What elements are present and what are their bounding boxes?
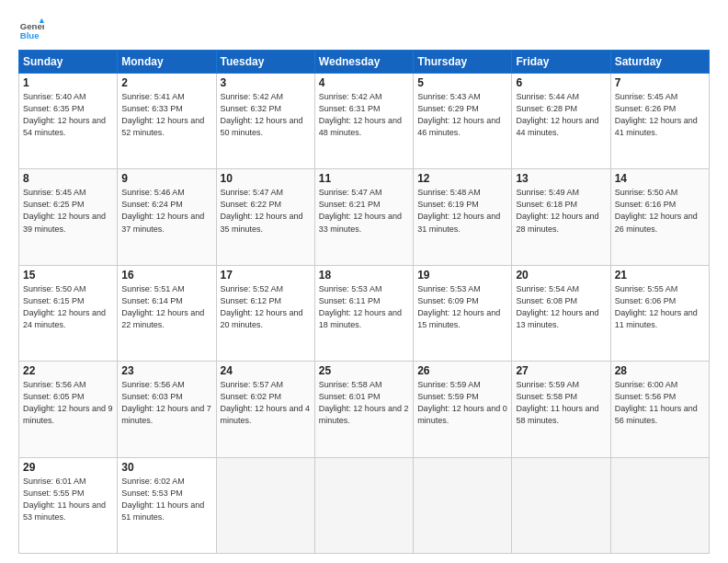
day-number: 17 [221,269,311,282]
day-number: 16 [121,269,211,282]
calendar-cell: 20 Sunrise: 5:54 AMSunset: 6:08 PMDaylig… [512,265,610,361]
day-info: Sunrise: 5:50 AMSunset: 6:15 PMDaylight:… [23,284,106,329]
weekday-header-saturday: Saturday [610,51,709,74]
calendar-week-row: 8 Sunrise: 5:45 AMSunset: 6:25 PMDayligh… [19,169,710,265]
day-info: Sunrise: 5:40 AMSunset: 6:35 PMDaylight:… [23,92,106,137]
calendar-cell: 15 Sunrise: 5:50 AMSunset: 6:15 PMDaylig… [19,265,118,361]
day-info: Sunrise: 5:55 AMSunset: 6:06 PMDaylight:… [615,284,698,329]
day-number: 15 [23,269,113,282]
day-number: 5 [417,76,507,89]
day-number: 21 [615,269,705,282]
calendar-cell [314,457,413,553]
weekday-header-sunday: Sunday [19,51,118,74]
day-number: 23 [121,364,211,377]
calendar-cell: 9 Sunrise: 5:46 AMSunset: 6:24 PMDayligh… [118,169,216,265]
day-info: Sunrise: 5:41 AMSunset: 6:33 PMDaylight:… [121,92,204,137]
calendar-cell: 13 Sunrise: 5:49 AMSunset: 6:18 PMDaylig… [512,169,610,265]
day-number: 27 [516,364,606,377]
weekday-header-friday: Friday [512,51,610,74]
calendar-cell: 3 Sunrise: 5:42 AMSunset: 6:32 PMDayligh… [216,74,314,169]
day-info: Sunrise: 5:56 AMSunset: 6:03 PMDaylight:… [121,380,211,425]
day-info: Sunrise: 5:59 AMSunset: 5:59 PMDaylight:… [417,380,507,425]
calendar-week-row: 29 Sunrise: 6:01 AMSunset: 5:55 PMDaylig… [19,457,710,553]
calendar-cell: 14 Sunrise: 5:50 AMSunset: 6:16 PMDaylig… [610,169,709,265]
calendar-cell: 26 Sunrise: 5:59 AMSunset: 5:59 PMDaylig… [414,362,512,457]
weekday-header-monday: Monday [118,51,216,74]
calendar-cell: 23 Sunrise: 5:56 AMSunset: 6:03 PMDaylig… [118,362,216,457]
day-info: Sunrise: 5:58 AMSunset: 6:01 PMDaylight:… [319,380,409,425]
calendar-cell [512,457,610,553]
calendar-cell: 8 Sunrise: 5:45 AMSunset: 6:25 PMDayligh… [19,169,118,265]
day-info: Sunrise: 5:53 AMSunset: 6:11 PMDaylight:… [319,284,402,329]
day-number: 20 [516,269,606,282]
day-info: Sunrise: 5:44 AMSunset: 6:28 PMDaylight:… [516,92,598,137]
calendar-cell: 19 Sunrise: 5:53 AMSunset: 6:09 PMDaylig… [414,265,512,361]
calendar-cell [610,457,709,553]
day-number: 30 [121,461,211,474]
day-number: 25 [319,364,409,377]
header: General Blue [18,17,710,42]
svg-text:Blue: Blue [20,30,40,40]
weekday-header-tuesday: Tuesday [216,51,314,74]
day-info: Sunrise: 6:00 AMSunset: 5:56 PMDaylight:… [615,380,698,425]
day-number: 29 [23,461,113,474]
calendar-cell: 1 Sunrise: 5:40 AMSunset: 6:35 PMDayligh… [19,74,118,169]
calendar-cell: 7 Sunrise: 5:45 AMSunset: 6:26 PMDayligh… [610,74,709,169]
page: General Blue SundayMondayTuesdayWednesda… [0,0,728,563]
day-info: Sunrise: 6:02 AMSunset: 5:53 PMDaylight:… [121,477,204,522]
day-number: 3 [221,76,311,89]
day-number: 12 [417,172,507,185]
calendar-cell: 6 Sunrise: 5:44 AMSunset: 6:28 PMDayligh… [512,74,610,169]
day-info: Sunrise: 5:49 AMSunset: 6:18 PMDaylight:… [516,188,598,233]
calendar-cell [414,457,512,553]
calendar-cell: 18 Sunrise: 5:53 AMSunset: 6:11 PMDaylig… [314,265,413,361]
day-number: 8 [23,172,113,185]
calendar-week-row: 1 Sunrise: 5:40 AMSunset: 6:35 PMDayligh… [19,74,710,169]
weekday-header-wednesday: Wednesday [314,51,413,74]
day-info: Sunrise: 5:53 AMSunset: 6:09 PMDaylight:… [417,284,500,329]
day-number: 6 [516,76,606,89]
day-info: Sunrise: 5:46 AMSunset: 6:24 PMDaylight:… [121,188,204,233]
day-number: 2 [121,76,211,89]
calendar-cell: 2 Sunrise: 5:41 AMSunset: 6:33 PMDayligh… [118,74,216,169]
day-info: Sunrise: 5:42 AMSunset: 6:32 PMDaylight:… [221,92,303,137]
day-number: 4 [319,76,409,89]
day-info: Sunrise: 6:01 AMSunset: 5:55 PMDaylight:… [23,477,106,522]
day-number: 14 [615,172,705,185]
day-number: 26 [417,364,507,377]
day-info: Sunrise: 5:48 AMSunset: 6:19 PMDaylight:… [417,188,500,233]
day-info: Sunrise: 5:57 AMSunset: 6:02 PMDaylight:… [221,380,311,425]
calendar-cell: 5 Sunrise: 5:43 AMSunset: 6:29 PMDayligh… [414,74,512,169]
calendar-cell: 17 Sunrise: 5:52 AMSunset: 6:12 PMDaylig… [216,265,314,361]
weekday-header-thursday: Thursday [414,51,512,74]
day-info: Sunrise: 5:47 AMSunset: 6:22 PMDaylight:… [221,188,303,233]
day-info: Sunrise: 5:56 AMSunset: 6:05 PMDaylight:… [23,380,113,425]
day-info: Sunrise: 5:43 AMSunset: 6:29 PMDaylight:… [417,92,500,137]
day-number: 28 [615,364,705,377]
day-info: Sunrise: 5:50 AMSunset: 6:16 PMDaylight:… [615,188,698,233]
day-number: 1 [23,76,113,89]
calendar-week-row: 15 Sunrise: 5:50 AMSunset: 6:15 PMDaylig… [19,265,710,361]
calendar-cell [216,457,314,553]
calendar-cell: 29 Sunrise: 6:01 AMSunset: 5:55 PMDaylig… [19,457,118,553]
calendar-cell: 11 Sunrise: 5:47 AMSunset: 6:21 PMDaylig… [314,169,413,265]
day-info: Sunrise: 5:54 AMSunset: 6:08 PMDaylight:… [516,284,598,329]
day-number: 13 [516,172,606,185]
day-info: Sunrise: 5:47 AMSunset: 6:21 PMDaylight:… [319,188,402,233]
calendar-cell: 12 Sunrise: 5:48 AMSunset: 6:19 PMDaylig… [414,169,512,265]
day-info: Sunrise: 5:45 AMSunset: 6:25 PMDaylight:… [23,188,106,233]
calendar-cell: 10 Sunrise: 5:47 AMSunset: 6:22 PMDaylig… [216,169,314,265]
day-number: 19 [417,269,507,282]
day-number: 24 [221,364,311,377]
day-info: Sunrise: 5:59 AMSunset: 5:58 PMDaylight:… [516,380,598,425]
calendar-cell: 22 Sunrise: 5:56 AMSunset: 6:05 PMDaylig… [19,362,118,457]
logo-icon: General Blue [18,17,44,42]
day-info: Sunrise: 5:42 AMSunset: 6:31 PMDaylight:… [319,92,402,137]
calendar-cell: 16 Sunrise: 5:51 AMSunset: 6:14 PMDaylig… [118,265,216,361]
calendar-week-row: 22 Sunrise: 5:56 AMSunset: 6:05 PMDaylig… [19,362,710,457]
day-number: 7 [615,76,705,89]
calendar-cell: 27 Sunrise: 5:59 AMSunset: 5:58 PMDaylig… [512,362,610,457]
weekday-header-row: SundayMondayTuesdayWednesdayThursdayFrid… [19,51,710,74]
logo: General Blue [18,17,44,42]
day-number: 22 [23,364,113,377]
